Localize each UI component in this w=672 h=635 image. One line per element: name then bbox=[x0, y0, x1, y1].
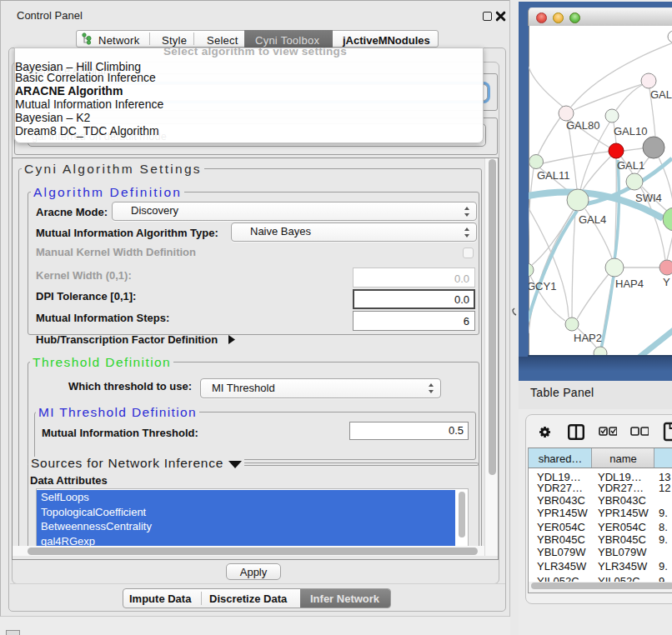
svg-text:Y: Y bbox=[663, 276, 670, 288]
svg-text:GAL80: GAL80 bbox=[566, 119, 599, 132]
svg-text:GAL11: GAL11 bbox=[537, 169, 570, 182]
svg-text:HAP4: HAP4 bbox=[615, 278, 644, 290]
svg-text:GAL1: GAL1 bbox=[617, 159, 644, 172]
svg-text:GAL2: GAL2 bbox=[650, 88, 672, 101]
svg-text:GCY1: GCY1 bbox=[529, 280, 556, 292]
svg-text:GAL4: GAL4 bbox=[579, 213, 606, 226]
svg-text:GAL10: GAL10 bbox=[614, 125, 647, 138]
svg-text:HAP2: HAP2 bbox=[574, 332, 602, 344]
svg-text:SWI4: SWI4 bbox=[635, 192, 662, 204]
